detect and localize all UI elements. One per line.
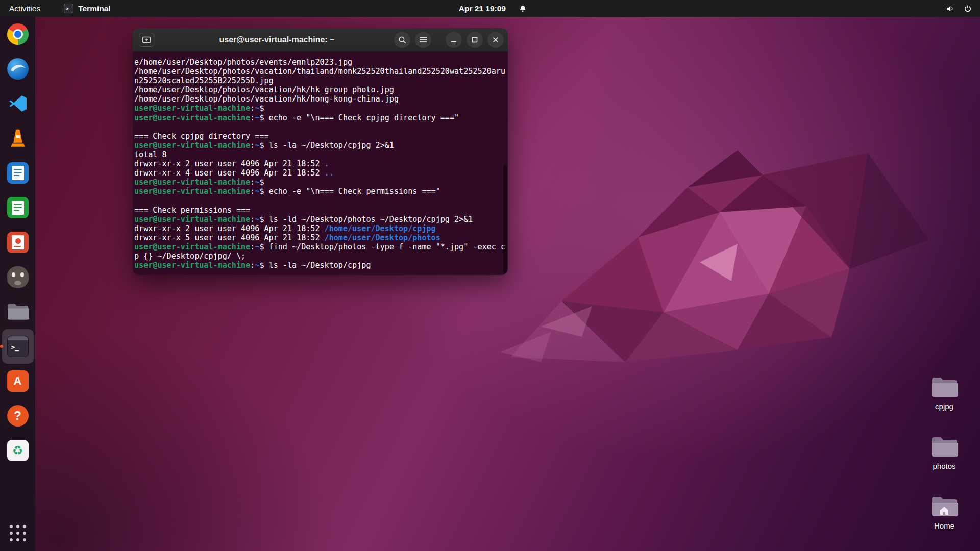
dock-item-libreoffice-impress[interactable] — [2, 225, 34, 260]
desktop-icon-home[interactable]: Home — [916, 495, 972, 530]
dock-item-google-chrome[interactable] — [2, 17, 34, 52]
volume-icon — [946, 5, 954, 13]
dock-item-libreoffice-calc[interactable] — [2, 190, 34, 225]
dock-item-software-updater[interactable]: ♻ — [2, 433, 34, 468]
dock-item-libreoffice-writer[interactable] — [2, 156, 34, 190]
files-icon — [6, 300, 30, 323]
libreoffice-writer-icon — [6, 161, 30, 185]
clock-label: Apr 21 19:09 — [459, 4, 506, 13]
hamburger-icon — [419, 37, 427, 43]
dock-item-gimp[interactable] — [2, 260, 34, 294]
app-grid-icon — [10, 525, 26, 541]
folder-icon — [930, 376, 958, 398]
dock-item-vlc[interactable] — [2, 121, 34, 156]
libreoffice-impress-icon — [6, 231, 30, 254]
google-chrome-icon — [6, 22, 30, 46]
clock-button[interactable]: Apr 21 19:09 — [459, 4, 527, 13]
terminal-headerbar: user@user-virtual-machine: ~ — [133, 28, 508, 52]
close-button[interactable] — [487, 32, 504, 48]
search-button[interactable] — [394, 32, 410, 48]
dock-item-help[interactable]: ? — [2, 398, 34, 433]
search-icon — [398, 36, 407, 44]
desktop-icon-label: photos — [916, 462, 972, 470]
maximize-icon — [471, 36, 478, 43]
ubuntu-software-icon: A — [6, 369, 30, 393]
dock: >_ A ? ♻ — [0, 17, 35, 551]
desktop-icon-label: cpjpg — [916, 402, 972, 411]
desktop-icon-cpjpg[interactable]: cpjpg — [916, 376, 972, 411]
vscode-icon — [6, 92, 30, 115]
focused-app-label: Terminal — [78, 4, 110, 13]
vlc-icon — [6, 127, 30, 150]
home-folder-icon — [930, 495, 958, 518]
menu-button[interactable] — [415, 32, 431, 48]
minimize-button[interactable] — [446, 32, 462, 48]
minimize-icon — [450, 36, 457, 43]
terminal-body: e/home/user/Desktop/photos/events/emnlp2… — [133, 52, 508, 275]
terminal-icon: >_ — [6, 335, 30, 358]
top-bar: Activities >_ Terminal Apr 21 19:09 — [0, 0, 980, 17]
help-icon: ? — [6, 404, 30, 428]
software-updater-icon: ♻ — [6, 439, 30, 462]
desktop-icon-label: Home — [916, 521, 972, 530]
dock-item-files[interactable] — [2, 294, 34, 329]
system-status-area[interactable] — [946, 5, 980, 13]
thunderbird-icon — [6, 57, 30, 81]
terminal-app-icon: >_ — [64, 4, 74, 13]
window-title: user@user-virtual-machine: ~ — [163, 35, 390, 44]
power-icon — [964, 5, 972, 13]
gimp-icon — [6, 265, 30, 289]
dock-item-terminal[interactable]: >_ — [2, 329, 34, 364]
libreoffice-calc-icon — [6, 196, 30, 219]
new-tab-button[interactable] — [139, 33, 154, 47]
dock-item-ubuntu-software[interactable]: A — [2, 364, 34, 398]
focused-app-indicator[interactable]: >_ Terminal — [64, 4, 110, 13]
dock-item-thunderbird[interactable] — [2, 52, 34, 86]
notification-bell-icon — [519, 5, 527, 13]
activities-button[interactable]: Activities — [0, 0, 50, 17]
close-icon — [492, 36, 499, 43]
maximize-button[interactable] — [467, 32, 483, 48]
new-tab-icon — [142, 36, 151, 44]
dock-item-vscode[interactable] — [2, 86, 34, 121]
terminal-output[interactable]: e/home/user/Desktop/photos/events/emnlp2… — [133, 52, 508, 275]
show-applications-button[interactable] — [6, 521, 30, 545]
desktop-icon-photos[interactable]: photos — [916, 436, 972, 470]
terminal-scrollbar[interactable] — [503, 165, 507, 273]
terminal-window: user@user-virtual-machine: ~ — [133, 28, 508, 275]
folder-icon — [930, 436, 958, 458]
